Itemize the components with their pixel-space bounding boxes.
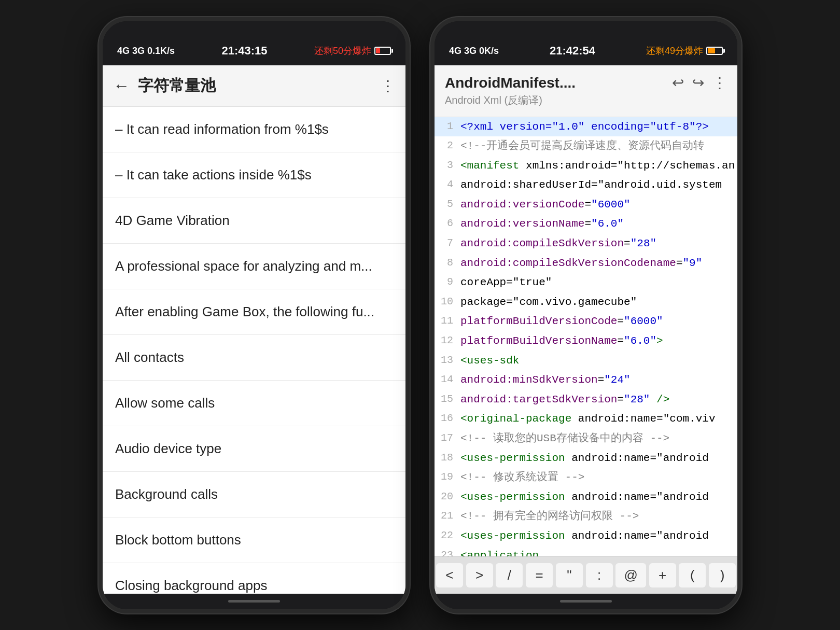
xml-line[interactable]: 10 package="com.vivo.gamecube": [435, 292, 737, 312]
keyboard-key[interactable]: +: [649, 563, 676, 587]
list-item[interactable]: Allow some calls: [103, 381, 405, 426]
line-content: <uses-sdk: [460, 352, 737, 370]
line-number: 12: [435, 332, 460, 350]
editor-bar: AndroidManifest.... ↩ ↪ ⋮ Android Xml (反…: [435, 65, 737, 117]
home-indicator-left[interactable]: [228, 600, 280, 603]
xml-line[interactable]: 15 android:targetSdkVersion="28" />: [435, 390, 737, 410]
xml-line[interactable]: 16 <original-package android:name="com.v…: [435, 409, 737, 429]
phone-right: 4G 3G 0K/s 21:42:54 还剩49分爆炸 AndroidManif…: [430, 17, 741, 613]
xml-line[interactable]: 14 android:minSdkVersion="24": [435, 370, 737, 390]
xml-line[interactable]: 21 <!-- 拥有完全的网络访问权限 -->: [435, 507, 737, 526]
list-item[interactable]: All contacts: [103, 335, 405, 381]
line-number: 16: [435, 410, 460, 428]
line-content: android:versionName="6.0": [460, 215, 737, 233]
line-number: 2: [435, 137, 460, 155]
editor-actions: ↩ ↪ ⋮: [672, 74, 727, 91]
string-list: – It can read information from %1$s– It …: [103, 107, 405, 594]
list-item[interactable]: – It can read information from %1$s: [103, 107, 405, 152]
line-number: 22: [435, 527, 460, 545]
list-item[interactable]: Background calls: [103, 472, 405, 517]
line-content: <original-package android:name="com.viv: [460, 410, 737, 428]
list-item[interactable]: A professional space for analyzing and m…: [103, 244, 405, 289]
keyboard-key[interactable]: /: [496, 563, 523, 587]
xml-line[interactable]: 17 <!-- 读取您的USB存储设备中的内容 -->: [435, 429, 737, 449]
line-content: <application: [460, 547, 737, 556]
xml-line[interactable]: 12 platformBuildVersionName="6.0">: [435, 331, 737, 351]
keyboard-key[interactable]: ": [556, 563, 583, 587]
app-title-left: 字符常量池: [138, 75, 381, 96]
xml-line[interactable]: 3<manifest xmlns:android="http://schemas…: [435, 156, 737, 176]
status-time-right: 21:42:54: [550, 44, 595, 58]
signal-text-right: 4G 3G 0K/s: [449, 46, 499, 57]
list-item[interactable]: After enabling Game Box, the following f…: [103, 289, 405, 335]
xml-line[interactable]: 5 android:versionCode="6000": [435, 195, 737, 215]
keyboard-key[interactable]: :: [586, 563, 613, 587]
xml-line[interactable]: 1<?xml version="1.0" encoding="utf-8"?>: [435, 117, 737, 137]
status-right-right: 还剩49分爆炸: [646, 45, 723, 57]
list-item[interactable]: Block bottom buttons: [103, 517, 405, 563]
line-content: android:compileSdkVersion="28": [460, 235, 737, 253]
line-number: 15: [435, 391, 460, 409]
back-button-left[interactable]: ←: [113, 76, 130, 95]
keyboard-key[interactable]: (: [679, 563, 706, 587]
keyboard-key[interactable]: @: [615, 563, 646, 587]
line-number: 7: [435, 235, 460, 253]
keyboard-key[interactable]: <: [436, 563, 463, 587]
line-content: <uses-permission android:name="android: [460, 488, 737, 506]
keyboard-key[interactable]: >: [466, 563, 493, 587]
xml-line[interactable]: 18 <uses-permission android:name="androi…: [435, 449, 737, 468]
more-button-left[interactable]: ⋮: [381, 77, 395, 94]
line-content: android:versionCode="6000": [460, 196, 737, 214]
status-bar-left: 4G 3G 0.1K/s 21:43:15 还剩50分爆炸: [103, 37, 405, 65]
keyboard-key[interactable]: =: [526, 563, 553, 587]
xml-line[interactable]: 8 android:compileSdkVersionCodename="9": [435, 254, 737, 273]
line-content: coreApp="true": [460, 274, 737, 291]
xml-line[interactable]: 13 <uses-sdk: [435, 351, 737, 371]
app-bar-left: ← 字符常量池 ⋮: [103, 65, 405, 107]
list-item[interactable]: 4D Game Vibration: [103, 198, 405, 244]
line-number: 5: [435, 196, 460, 214]
xml-line[interactable]: 19 <!-- 修改系统设置 -->: [435, 468, 737, 487]
line-content: <uses-permission android:name="android: [460, 527, 737, 545]
line-number: 21: [435, 508, 460, 525]
more-button-right[interactable]: ⋮: [712, 74, 727, 91]
bottom-bar-left: [103, 594, 405, 609]
line-content: android:minSdkVersion="24": [460, 371, 737, 389]
xml-line[interactable]: 2<!--开通会员可提高反编译速度、资源代码自动转: [435, 136, 737, 156]
home-indicator-right[interactable]: [560, 600, 612, 603]
status-bar-right: 4G 3G 0K/s 21:42:54 还剩49分爆炸: [435, 37, 737, 65]
xml-line[interactable]: 4 android:sharedUserId="android.uid.syst…: [435, 175, 737, 195]
line-content: android:compileSdkVersionCodename="9": [460, 255, 737, 272]
xml-line[interactable]: 23 <application: [435, 546, 737, 556]
line-number: 17: [435, 430, 460, 447]
xml-line[interactable]: 20 <uses-permission android:name="androi…: [435, 487, 737, 507]
line-number: 13: [435, 352, 460, 370]
line-number: 6: [435, 215, 460, 233]
line-content: <manifest xmlns:android="http://schemas.…: [460, 157, 737, 175]
list-item[interactable]: Closing background apps: [103, 563, 405, 594]
line-number: 9: [435, 274, 460, 291]
battery-icon-right: [706, 47, 723, 55]
xml-editor[interactable]: 1<?xml version="1.0" encoding="utf-8"?>2…: [435, 117, 737, 556]
line-number: 10: [435, 293, 460, 311]
line-content: android:sharedUserId="android.uid.system: [460, 176, 737, 194]
redo-button[interactable]: ↪: [692, 74, 704, 91]
line-content: <?xml version="1.0" encoding="utf-8"?>: [460, 118, 737, 136]
list-item[interactable]: – It can take actions inside %1$s: [103, 152, 405, 198]
xml-line[interactable]: 7 android:compileSdkVersion="28": [435, 234, 737, 254]
xml-line[interactable]: 11 platformBuildVersionCode="6000": [435, 312, 737, 331]
phone-left: 4G 3G 0.1K/s 21:43:15 还剩50分爆炸 ← 字符常量池 ⋮ …: [99, 17, 410, 613]
line-number: 3: [435, 157, 460, 175]
line-number: 23: [435, 547, 460, 556]
xml-line[interactable]: 6 android:versionName="6.0": [435, 214, 737, 234]
battery-text-left: 还剩50分爆炸: [314, 45, 371, 57]
editor-bar-top: AndroidManifest.... ↩ ↪ ⋮: [445, 74, 727, 91]
keyboard-key[interactable]: ): [709, 563, 736, 587]
status-left-info-right: 4G 3G 0K/s: [449, 46, 499, 57]
undo-button[interactable]: ↩: [672, 74, 684, 91]
xml-line[interactable]: 22 <uses-permission android:name="androi…: [435, 526, 737, 546]
line-content: package="com.vivo.gamecube": [460, 293, 737, 311]
list-item[interactable]: Audio device type: [103, 426, 405, 472]
bottom-bar-right: [435, 594, 737, 609]
xml-line[interactable]: 9 coreApp="true": [435, 273, 737, 292]
